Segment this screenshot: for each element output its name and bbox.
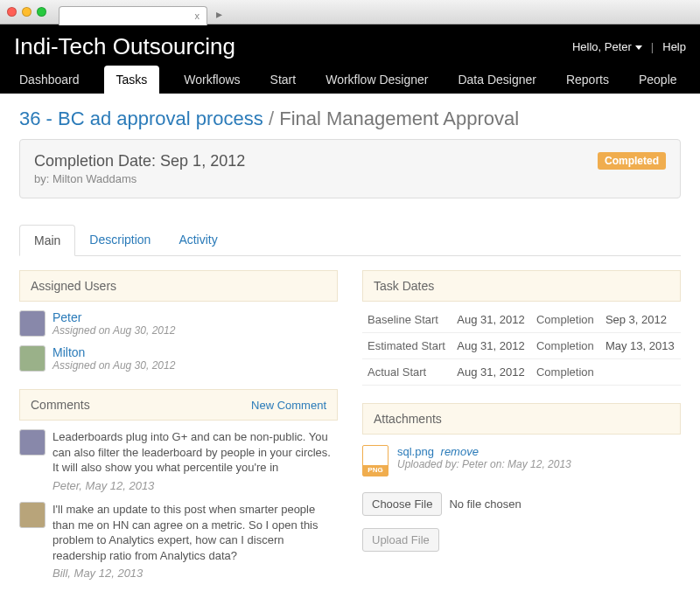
tab-activity[interactable]: Activity [164, 225, 231, 255]
tab-close-icon[interactable]: x [195, 10, 200, 21]
detail-tabs: Main Description Activity [19, 225, 681, 256]
completion-date: Completion Date: Sep 1, 2012 [34, 152, 245, 170]
comment-meta: Bill, May 12, 2013 [52, 566, 338, 581]
attachment-remove-link[interactable]: remove [441, 445, 479, 458]
avatar [19, 310, 46, 337]
window-zoom-icon[interactable] [37, 7, 46, 17]
status-badge: Completed [598, 152, 666, 170]
nav-dashboard[interactable]: Dashboard [14, 66, 85, 94]
assigned-user-row: Peter Assigned on Aug 30, 2012 [19, 310, 338, 337]
browser-tab[interactable]: x [59, 6, 207, 25]
breadcrumb-sep: / [269, 108, 274, 129]
attachment-meta: Uploaded by: Peter on: May 12, 2013 [397, 458, 571, 470]
panel-comments: Comments New Comment [19, 389, 338, 421]
comment-row: Leaderboards plug into G+ and can be non… [19, 429, 338, 493]
no-file-label: No file chosen [449, 497, 521, 511]
user-link[interactable]: Peter [52, 310, 175, 324]
nav-data-designer[interactable]: Data Designer [452, 66, 542, 94]
user-greeting[interactable]: Hello, Peter [572, 40, 642, 53]
file-icon: PNG [362, 445, 388, 476]
panel-task-dates: Task Dates [362, 270, 681, 302]
upload-file-button[interactable]: Upload File [362, 528, 439, 552]
attachment-row: PNG sql.png remove Uploaded by: Peter on… [362, 445, 681, 476]
tab-main[interactable]: Main [19, 225, 75, 256]
avatar [19, 429, 46, 456]
breadcrumb-current: Final Management Approval [279, 108, 519, 129]
assigned-user-row: Milton Assigned on Aug 30, 2012 [19, 345, 338, 372]
breadcrumb: 36 - BC ad approval process / Final Mana… [19, 108, 681, 130]
window-minimize-icon[interactable] [22, 7, 32, 17]
user-meta: Assigned on Aug 30, 2012 [52, 324, 175, 337]
new-comment-link[interactable]: New Comment [251, 399, 326, 412]
nav-workflows[interactable]: Workflows [178, 66, 245, 94]
nav-start[interactable]: Start [265, 66, 302, 94]
window-close-icon[interactable] [7, 7, 17, 17]
nav-tasks[interactable]: Tasks [104, 66, 160, 94]
avatar [19, 502, 46, 528]
comment-text: Leaderboards plug into G+ and can be non… [52, 429, 338, 476]
divider: | [651, 40, 654, 53]
completion-by: by: Milton Waddams [34, 172, 245, 185]
table-row: Baseline Start Aug 31, 2012 Completion S… [362, 307, 681, 333]
user-link[interactable]: Milton [52, 345, 175, 359]
comment-row: I'll make an update to this post when sm… [19, 502, 338, 581]
panel-attachments: Attachments [362, 403, 681, 435]
new-tab-icon[interactable]: ▸ [216, 7, 222, 21]
table-row: Estimated Start Aug 31, 2012 Completion … [362, 333, 681, 359]
browser-chrome: x ▸ [0, 0, 700, 24]
nav-reports[interactable]: Reports [561, 66, 614, 94]
summary-box: Completion Date: Sep 1, 2012 by: Milton … [19, 139, 681, 198]
app-header: Indi-Tech Outsourcing Hello, Peter | Hel… [0, 24, 700, 94]
main-nav: Dashboard Tasks Workflows Start Workflow… [14, 66, 686, 94]
nav-workflow-designer[interactable]: Workflow Designer [320, 66, 433, 94]
dates-table: Baseline Start Aug 31, 2012 Completion S… [362, 307, 681, 386]
attachment-link[interactable]: sql.png [397, 445, 434, 458]
table-row: Actual Start Aug 31, 2012 Completion [362, 359, 681, 386]
avatar [19, 345, 46, 372]
chevron-down-icon [635, 45, 642, 50]
tab-description[interactable]: Description [75, 225, 164, 255]
choose-file-button[interactable]: Choose File [362, 492, 442, 516]
breadcrumb-link[interactable]: 36 - BC ad approval process [19, 108, 263, 129]
panel-assigned-users: Assigned Users [19, 270, 338, 302]
brand-title: Indi-Tech Outsourcing [14, 33, 235, 60]
user-meta: Assigned on Aug 30, 2012 [52, 359, 175, 372]
comment-text: I'll make an update to this post when sm… [52, 502, 338, 563]
nav-people[interactable]: People [634, 66, 682, 94]
comment-meta: Peter, May 12, 2013 [52, 478, 338, 494]
help-link[interactable]: Help [662, 40, 686, 53]
